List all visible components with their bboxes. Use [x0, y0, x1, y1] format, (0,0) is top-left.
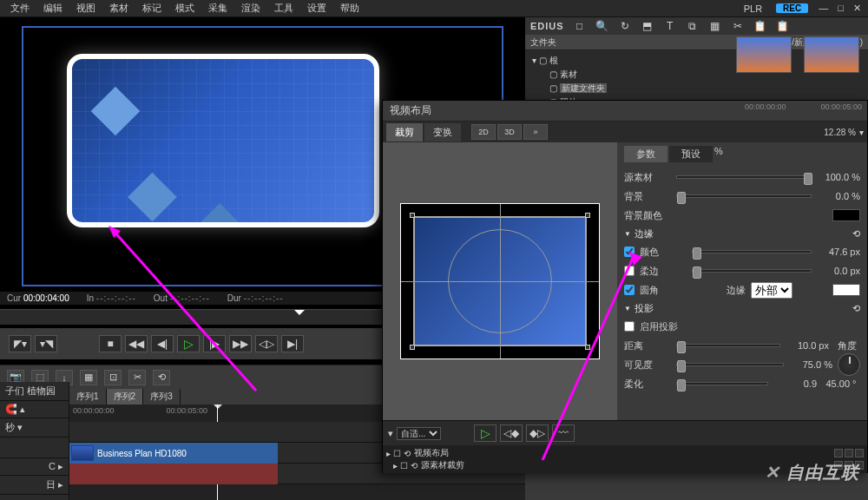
angle-dial[interactable] — [838, 353, 860, 376]
mode-3d[interactable]: 3D — [497, 124, 522, 140]
import-icon[interactable]: ⬒ — [641, 20, 654, 32]
set-out-button[interactable]: ▾◥ — [35, 335, 57, 352]
grid-icon[interactable]: ▦ — [80, 370, 97, 385]
folder-tab[interactable]: 文件夹 — [530, 36, 556, 49]
seq-tab-1[interactable]: 序列1 — [69, 389, 107, 405]
handle-tl[interactable] — [410, 213, 415, 218]
distance-slider[interactable] — [676, 344, 780, 347]
new-icon[interactable]: □ — [573, 20, 587, 32]
bg-value[interactable]: 0.0 % — [817, 191, 860, 201]
grid-icon[interactable]: ▦ — [708, 20, 722, 32]
forward-button[interactable]: ▶▶ — [229, 335, 252, 352]
track-c[interactable]: C ▸ — [0, 458, 69, 476]
menu-file[interactable]: 文件 — [3, 2, 36, 15]
time-unit[interactable]: 秒 ▾ — [0, 418, 69, 438]
color-value[interactable]: 47.6 px — [817, 247, 860, 257]
loop-button[interactable]: ◁▷ — [255, 335, 278, 352]
tab-params[interactable]: 参数 — [624, 146, 667, 162]
menu-tools[interactable]: 工具 — [267, 2, 300, 15]
text-icon[interactable]: T — [663, 20, 677, 32]
redo-icon[interactable]: ⟲ — [153, 370, 170, 385]
cur-value[interactable]: 00:00:04:00 — [23, 293, 69, 303]
stop-button[interactable]: ■ — [99, 335, 122, 352]
color-slider[interactable]: .dlg-params .prow:nth-of-type(5) .slider… — [692, 250, 812, 253]
edge-color-swatch[interactable] — [832, 284, 860, 296]
bgcolor-swatch[interactable] — [832, 209, 860, 221]
menu-mode[interactable]: 模式 — [168, 2, 201, 15]
search-icon[interactable]: 🔍 — [595, 20, 609, 32]
root-folder[interactable]: 根 — [549, 56, 558, 65]
refresh-icon[interactable]: ↻ — [618, 20, 632, 32]
menu-edit[interactable]: 编辑 — [36, 2, 69, 15]
fit-select[interactable]: 自适... — [397, 427, 441, 440]
dlg-play-button[interactable]: ▷ — [474, 424, 496, 442]
menu-view[interactable]: 视图 — [69, 2, 102, 15]
soft-slider[interactable] — [692, 269, 812, 273]
color-checkbox[interactable] — [624, 247, 635, 257]
in-value[interactable]: --:--:--:-- — [96, 293, 136, 303]
handle-bl[interactable] — [410, 345, 415, 350]
thumb-1[interactable] — [736, 36, 792, 73]
handle-br[interactable] — [585, 345, 590, 350]
copy-icon[interactable]: 📋 — [753, 20, 767, 32]
playhead-marker[interactable] — [214, 405, 222, 413]
tab-transform[interactable]: 变换 — [424, 123, 461, 141]
edge-section[interactable]: 边缘⟲ — [624, 225, 860, 242]
source-slider[interactable]: .slider[style*="100"]::after{left:calc(1… — [676, 175, 812, 179]
minimize-button[interactable]: — — [815, 3, 832, 13]
soften-value[interactable]: 0.9 — [773, 378, 817, 389]
soft-checkbox[interactable] — [624, 266, 635, 276]
seq-tab-3[interactable]: 序列3 — [143, 389, 181, 405]
close-button[interactable]: ✕ — [850, 3, 865, 13]
expand-button[interactable]: » — [523, 124, 548, 140]
restore-button[interactable]: □ — [834, 3, 847, 13]
magnet-icon[interactable]: 🧲 ▴ — [0, 401, 69, 418]
distance-value[interactable]: 10.0 px — [786, 340, 829, 351]
thumb-2[interactable] — [804, 36, 859, 73]
soft-value[interactable]: 0.0 px — [817, 266, 860, 276]
menu-render[interactable]: 渲染 — [234, 2, 267, 15]
menu-clip[interactable]: 素材 — [102, 2, 135, 15]
layout-canvas[interactable] — [400, 203, 600, 359]
folder-new[interactable]: 新建文件夹 — [560, 83, 607, 93]
source-value[interactable]: 100.0 % — [817, 172, 860, 182]
visibility-slider[interactable]: .dlg-params .prow:nth-of-type(10) .slide… — [676, 363, 784, 366]
seq-tab-2[interactable]: 序列2 — [107, 389, 144, 405]
view-icon[interactable]: ⧉ — [686, 20, 700, 32]
reset-icon[interactable]: ⟲ — [852, 228, 860, 240]
end-button[interactable]: ▶| — [281, 335, 304, 352]
round-checkbox[interactable] — [624, 285, 635, 295]
menu-help[interactable]: 帮助 — [333, 2, 366, 15]
soften-slider[interactable] — [676, 382, 768, 385]
play-button[interactable]: ▷ — [177, 335, 200, 352]
box-icon[interactable]: ⊡ — [104, 370, 122, 385]
audio-clip[interactable] — [69, 464, 278, 484]
tab-presets[interactable]: 预设 — [669, 146, 713, 162]
prev-frame-button[interactable]: ◀| — [151, 335, 174, 352]
menu-marker[interactable]: 标记 — [135, 2, 168, 15]
dlg-next-kf-button[interactable]: ◆▷ — [526, 424, 549, 442]
edge-pos-select[interactable]: 外部 — [751, 282, 792, 299]
next-frame-button[interactable]: |▶ — [203, 335, 226, 352]
shadow-enable-checkbox[interactable] — [624, 321, 635, 332]
dlg-prev-kf-button[interactable]: ◁◆ — [500, 424, 523, 442]
bg-slider[interactable] — [676, 194, 812, 198]
visibility-value[interactable]: 75.0 % — [789, 359, 832, 370]
reset-icon-2[interactable]: ⟲ — [852, 303, 860, 314]
track-d[interactable]: 日 ▸ — [0, 476, 69, 495]
mode-2d[interactable]: 2D — [471, 124, 496, 140]
zoom-down-icon[interactable]: ▾ — [859, 128, 864, 137]
set-in-button[interactable]: ◤▾ — [9, 335, 31, 352]
cut-icon[interactable]: ✂ — [731, 20, 745, 32]
handle-tr[interactable] — [585, 213, 590, 218]
zoom-value[interactable]: 12.28 % — [824, 128, 856, 137]
rewind-button[interactable]: ◀◀ — [125, 335, 148, 352]
folder-material[interactable]: 素材 — [560, 69, 577, 79]
tab-crop[interactable]: 裁剪 — [386, 123, 423, 141]
menu-capture[interactable]: 采集 — [201, 2, 234, 15]
video-clip[interactable]: Business Plan HD1080 — [69, 443, 278, 464]
menu-settings[interactable]: 设置 — [300, 2, 333, 15]
shadow-section[interactable]: 投影⟲ — [624, 299, 860, 317]
dlg-graph-button[interactable]: 〰 — [552, 424, 575, 442]
scissors-icon[interactable]: ✂ — [128, 370, 146, 385]
